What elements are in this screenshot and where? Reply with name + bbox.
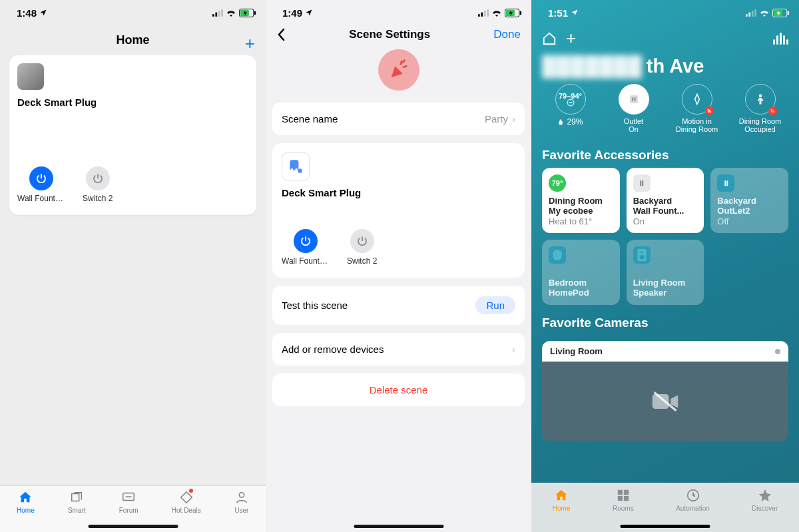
status-summary-row: 79–94° 29% OutletOn Motion inDining Room…: [531, 84, 799, 137]
add-button[interactable]: +: [566, 28, 576, 49]
outlet-icon: ⏸: [633, 174, 651, 192]
signal-icon: [212, 9, 223, 17]
clock-icon: [685, 488, 701, 503]
svg-rect-29: [630, 95, 638, 103]
svg-point-35: [641, 251, 643, 253]
layers-icon: [69, 490, 84, 505]
device-thumbnail: [17, 63, 44, 90]
status-bar: 1:49: [266, 0, 531, 21]
phone-2-scene-settings: 1:49 Scene Settings Done Scene name Part…: [266, 0, 531, 532]
motion-icon: [690, 93, 704, 106]
home-indicator[interactable]: [354, 525, 443, 528]
camera-name: Living Room: [550, 346, 603, 356]
svg-rect-11: [484, 10, 486, 16]
battery-charging-icon: [772, 9, 790, 17]
home-indicator[interactable]: [621, 525, 710, 528]
favorite-accessories-title: Favorite Accessories: [531, 137, 799, 168]
occupancy-summary[interactable]: Dining RoomOccupied: [732, 84, 788, 133]
home-menu-button[interactable]: [542, 31, 557, 46]
party-popper-icon: [378, 49, 419, 91]
outlet-summary[interactable]: OutletOn: [605, 84, 662, 133]
svg-rect-30: [632, 98, 633, 101]
tab-home[interactable]: Home: [17, 490, 35, 514]
tile-wall-fountain[interactable]: ⏸ BackyardWall Fount...On: [627, 168, 704, 233]
home-name: ███████ th Ave: [531, 50, 799, 84]
svg-rect-41: [618, 496, 623, 501]
top-controls: +: [531, 21, 799, 50]
tab-home[interactable]: Home: [553, 488, 571, 512]
humidity-icon: [557, 118, 564, 126]
svg-rect-12: [487, 9, 489, 17]
run-button[interactable]: Run: [475, 296, 515, 314]
svg-point-18: [295, 168, 297, 170]
back-button[interactable]: [276, 28, 286, 41]
tile-homepod[interactable]: BedroomHomePod: [542, 240, 620, 305]
scene-name-label: Scene name: [282, 113, 338, 125]
intercom-icon[interactable]: [773, 33, 788, 45]
delete-scene-button[interactable]: Delete scene: [272, 374, 525, 406]
svg-rect-1: [215, 12, 217, 16]
svg-rect-31: [634, 98, 635, 101]
switch-2[interactable]: Switch 2: [83, 166, 113, 203]
svg-rect-23: [754, 9, 756, 17]
add-remove-label: Add or remove devices: [282, 344, 384, 355]
status-bar: 1:48: [0, 0, 266, 21]
tab-smart[interactable]: Smart: [68, 490, 86, 514]
tab-forum[interactable]: Forum: [119, 490, 138, 514]
svg-point-17: [291, 168, 293, 170]
device-name: Deck Smart Plug: [17, 97, 248, 108]
test-scene-row: Test this scene Run: [272, 286, 525, 325]
scene-name-row[interactable]: Scene name Party ›: [272, 103, 525, 135]
power-icon: [294, 229, 318, 253]
home-indicator[interactable]: [88, 525, 178, 528]
tab-automation[interactable]: Automation: [676, 488, 710, 512]
power-icon: [29, 166, 53, 190]
add-remove-devices-row[interactable]: Add or remove devices ›: [272, 333, 525, 366]
switch-2[interactable]: Switch 2: [347, 229, 377, 266]
phone-1-home-app: 1:48 Home + Deck Smart Plug Wall Founta: [0, 0, 266, 532]
scene-icon-hero[interactable]: [266, 48, 531, 99]
tab-discover[interactable]: Discover: [752, 488, 778, 512]
svg-rect-16: [290, 160, 298, 170]
add-button[interactable]: +: [245, 33, 255, 54]
tab-user[interactable]: User: [234, 490, 249, 514]
svg-point-19: [298, 168, 302, 173]
home-icon: [553, 488, 569, 503]
svg-rect-21: [748, 12, 750, 16]
device-card: Deck Smart Plug Wall Fountai... Switch 2: [272, 143, 525, 278]
switch-wall-fountain[interactable]: Wall Fountai...: [282, 229, 330, 266]
switch-row: Wall Fountai... Switch 2: [282, 229, 515, 266]
occupancy-icon: [754, 93, 766, 105]
camera-card[interactable]: Living Room: [542, 341, 788, 441]
wifi-icon: [226, 9, 236, 17]
home-name-visible: th Ave: [647, 55, 704, 77]
svg-rect-33: [553, 250, 561, 261]
star-icon: [757, 488, 773, 503]
location-icon: [571, 9, 579, 17]
power-icon: [86, 166, 110, 190]
device-card[interactable]: Deck Smart Plug Wall Fountai... Switch 2: [9, 55, 256, 215]
thermostat-icon: 79°: [549, 174, 566, 192]
svg-rect-28: [569, 103, 572, 103]
svg-rect-26: [788, 11, 789, 15]
motion-summary[interactable]: Motion inDining Room: [668, 84, 725, 133]
tile-outlet2[interactable]: ⏸ BackyardOutLet2Off: [710, 168, 788, 233]
switch-wall-fountain[interactable]: Wall Fountai...: [17, 166, 65, 203]
phone-3-apple-home: 1:51 + ███████ th Ave 79–94°: [531, 0, 799, 532]
svg-rect-3: [221, 9, 223, 17]
svg-rect-20: [746, 14, 748, 17]
status-bar: 1:51: [531, 0, 799, 21]
done-button[interactable]: Done: [493, 28, 521, 41]
chevron-right-icon: ›: [512, 344, 515, 355]
svg-rect-10: [481, 12, 483, 16]
svg-point-36: [639, 255, 644, 260]
climate-summary[interactable]: 79–94° 29%: [542, 84, 599, 133]
outlet-icon: [627, 93, 641, 106]
tile-ecobee[interactable]: 79° Dining RoomMy ecobeeHeat to 61°: [542, 168, 620, 233]
tab-hotdeals[interactable]: Hot Deals: [172, 490, 201, 514]
clock-time: 1:48: [17, 7, 37, 19]
nav-bar: Scene Settings Done: [266, 21, 531, 48]
tile-speaker[interactable]: Living RoomSpeaker: [627, 240, 704, 305]
svg-rect-39: [618, 490, 623, 495]
tab-rooms[interactable]: Rooms: [613, 488, 634, 512]
